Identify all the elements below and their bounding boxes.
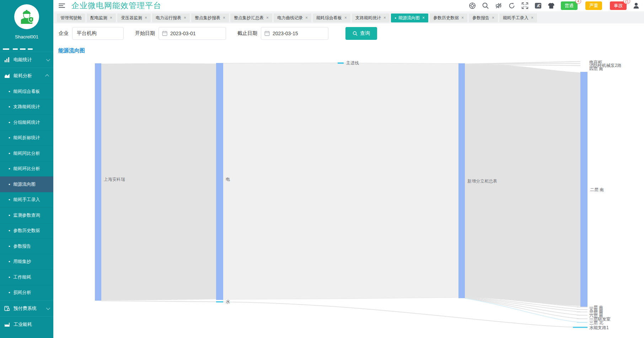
sidebar-submenu-label: 能耗环比分析 <box>14 166 40 172</box>
sankey-link-acrel-to-water[interactable] <box>101 301 216 302</box>
sankey-node-floor2-south[interactable] <box>580 72 587 307</box>
tab[interactable]: ● 电力曲线记录 × <box>274 14 311 22</box>
sidebar-submenu-item[interactable]: • 能源流向图 <box>0 176 53 192</box>
sidebar-submenu-item[interactable]: • 分组能耗统计 <box>0 115 53 130</box>
alarm-badge[interactable]: 普通 4 <box>561 1 578 10</box>
sidebar-submenu-item[interactable]: • 支路能耗统计 <box>0 99 53 115</box>
translate-icon[interactable]: A <box>535 2 542 9</box>
sankey-link-water-to-branch1[interactable] <box>223 302 573 327</box>
sankey-link-acrel-to-electric[interactable] <box>101 63 216 301</box>
sidebar-item-energy-analysis[interactable]: 能耗分析 <box>0 68 53 84</box>
sidebar-submenu-label: 监测参数查询 <box>14 212 40 218</box>
bullet-icon: • <box>9 213 10 218</box>
end-date-input[interactable] <box>261 27 328 40</box>
sidebar-submenu-item[interactable]: • 能耗手工录入 <box>0 192 53 208</box>
tab[interactable]: ● 能源流向图 × <box>391 14 428 22</box>
sidebar-submenu-item[interactable]: • 用能集抄 <box>0 254 53 270</box>
sidebar-submenu-label: 能源流向图 <box>14 181 36 188</box>
sidebar-submenu-item[interactable]: • 损耗分析 <box>0 285 53 301</box>
chevron-down-icon <box>46 306 50 310</box>
tab-label: 支路能耗统计 <box>355 14 381 22</box>
user-icon[interactable] <box>633 2 640 9</box>
tab[interactable]: ● 参数报告 × <box>469 14 498 22</box>
sidebar-submenu-item[interactable]: • 能耗同比分析 <box>0 146 53 161</box>
tab[interactable]: ● 电力运行报表 × <box>152 14 190 22</box>
tab[interactable]: ● 能耗手工录入 × <box>499 14 537 22</box>
sankey-node-floor6-south[interactable] <box>577 315 587 316</box>
sidebar-submenu-item[interactable]: • 能耗综合看板 <box>0 84 53 99</box>
search-button[interactable]: 查询 <box>345 27 377 40</box>
sidebar-submenu-item[interactable]: • 能耗环比分析 <box>0 161 53 177</box>
hamburger-menu-icon[interactable] <box>59 2 66 9</box>
alarm-badge[interactable]: 严重 <box>585 1 602 10</box>
sankey-label: 三层 北 <box>589 320 603 325</box>
tab-close-icon[interactable]: × <box>145 14 147 22</box>
tab[interactable]: ● 变压器监测 × <box>117 14 151 22</box>
sankey-node-shanghai-acrel[interactable] <box>95 63 101 301</box>
sidebar-item-prepaid[interactable]: 预付费系统 <box>0 300 53 316</box>
end-date-label: 截止日期 <box>237 30 257 37</box>
sidebar-submenu-item[interactable]: • 监测参数查询 <box>0 207 53 223</box>
tab-close-icon[interactable]: × <box>223 14 225 22</box>
sankey-node-new-cabinet-meter[interactable] <box>458 63 465 298</box>
sidebar: Shacrel001 电能统计 能耗分析 • <box>0 0 53 338</box>
sankey-node-water[interactable] <box>216 301 223 302</box>
worker-avatar-icon <box>17 7 36 26</box>
sankey-label: 上海安科瑞 <box>104 177 125 182</box>
sidebar-submenu-label: 用能集抄 <box>14 259 31 265</box>
sankey-node-floor3-north[interactable] <box>577 322 587 323</box>
alarm-badge[interactable]: 事故 21 <box>610 1 627 10</box>
sidebar-submenu-item[interactable]: • 工作能耗 <box>0 269 53 285</box>
sidebar-item-power-stats[interactable]: 电能统计 <box>0 52 53 68</box>
sankey-link-electric-to-cabinet[interactable] <box>223 63 458 300</box>
enterprise-input[interactable] <box>72 27 124 40</box>
tab[interactable]: ● 整点集抄汇总表 × <box>230 14 272 22</box>
sankey-node-floor1-lab[interactable] <box>577 318 587 319</box>
sankey-node-water-branch1[interactable] <box>573 327 587 328</box>
sankey-node-electric[interactable] <box>216 63 223 300</box>
tab[interactable]: ● 参数历史数据 × <box>430 14 467 22</box>
tab[interactable]: ● 整点集抄报表 × <box>191 14 229 22</box>
menu-item-clipped[interactable] <box>0 44 53 52</box>
search-icon[interactable] <box>482 2 489 9</box>
sidebar-submenu-label: 能耗手工录入 <box>14 197 40 203</box>
sidebar-submenu-item[interactable]: • 参数历史数据 <box>0 223 53 239</box>
tab[interactable]: ● 配电监测 × <box>87 14 116 22</box>
refresh-icon[interactable] <box>508 2 515 9</box>
sankey-node-main-incoming[interactable] <box>338 63 344 64</box>
tab-close-icon[interactable]: × <box>110 14 112 22</box>
sidebar-item-industrial[interactable]: 工业能耗 <box>0 316 53 332</box>
tab[interactable]: ● 支路能耗统计 × <box>352 14 390 22</box>
tab[interactable]: ● 能耗综合看板 × <box>313 14 350 22</box>
tab-close-icon[interactable]: × <box>266 14 269 22</box>
filter-bar: 企业 开始日期 截止日期 查询 <box>53 23 644 43</box>
sankey-label: 水能支路1 <box>589 325 609 330</box>
sidebar-submenu-item[interactable]: • 参数报告 <box>0 238 53 254</box>
tab-close-icon[interactable]: × <box>184 14 186 22</box>
sankey-link-cabinet-to-floor2south[interactable] <box>465 64 580 306</box>
sankey-node-floor3-south[interactable] <box>577 312 587 312</box>
avatar[interactable] <box>14 4 39 29</box>
sidebar-submenu-item[interactable]: • 能耗折标统计 <box>0 130 53 146</box>
tab-close-icon[interactable]: × <box>461 14 464 22</box>
fullscreen-icon[interactable] <box>521 2 528 9</box>
sankey-node-floor1-south[interactable] <box>577 307 587 307</box>
start-date-input[interactable] <box>159 27 226 40</box>
tab[interactable]: ● 管理驾驶舱 × <box>57 14 85 22</box>
theme-shirt-icon[interactable] <box>548 2 555 9</box>
tab-close-icon[interactable]: × <box>492 14 494 22</box>
active-tab-dot-icon: ● <box>395 14 396 22</box>
tab-close-icon[interactable]: × <box>305 14 308 22</box>
tab-close-icon[interactable]: × <box>422 14 425 22</box>
help-ring-icon[interactable] <box>469 2 476 9</box>
sankey-label: 新增分立柜总表 <box>467 179 497 184</box>
sankey-node-floor5-south[interactable] <box>577 309 587 310</box>
tab-close-icon[interactable]: × <box>531 14 533 22</box>
calendar-icon <box>162 31 167 36</box>
tab-close-icon[interactable]: × <box>344 14 347 22</box>
tab-close-icon[interactable]: × <box>383 14 386 22</box>
speaker-muted-icon[interactable] <box>495 2 502 9</box>
area-chart-icon <box>4 73 10 79</box>
calendar-icon <box>264 31 270 36</box>
tab-label: 能耗手工录入 <box>503 14 528 22</box>
